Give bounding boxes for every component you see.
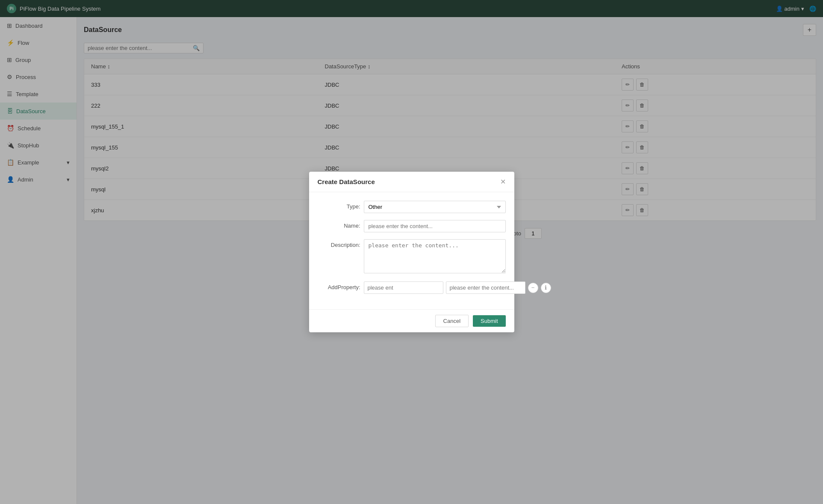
add-property-info-button[interactable]: ℹ xyxy=(541,283,551,293)
type-control: JDBC Other xyxy=(364,201,506,213)
description-row: Description: xyxy=(318,239,506,275)
submit-button[interactable]: Submit xyxy=(473,315,505,327)
modal-body: Type: JDBC Other Name: Description: xyxy=(309,192,514,309)
description-input[interactable] xyxy=(364,239,506,273)
type-row: Type: JDBC Other xyxy=(318,201,506,213)
modal-close-button[interactable]: ✕ xyxy=(500,178,506,186)
name-row: Name: xyxy=(318,220,506,232)
description-label: Description: xyxy=(318,239,360,248)
name-control xyxy=(364,220,506,232)
description-control xyxy=(364,239,506,275)
modal-title: Create DataSource xyxy=(318,178,375,185)
add-property-minus-button[interactable]: − xyxy=(528,283,538,293)
name-input[interactable] xyxy=(364,220,506,232)
cancel-button[interactable]: Cancel xyxy=(435,315,469,327)
modal-overlay: Create DataSource ✕ Type: JDBC Other Nam… xyxy=(0,0,823,504)
add-property-row: AddProperty: − ℹ xyxy=(318,281,506,294)
add-property-inputs: − ℹ xyxy=(364,281,551,294)
type-select[interactable]: JDBC Other xyxy=(364,201,506,213)
create-datasource-modal: Create DataSource ✕ Type: JDBC Other Nam… xyxy=(309,172,514,332)
add-property-key-input[interactable] xyxy=(364,281,443,294)
name-label: Name: xyxy=(318,220,360,229)
type-label: Type: xyxy=(318,201,360,210)
modal-header: Create DataSource ✕ xyxy=(309,172,514,192)
add-property-value-input[interactable] xyxy=(446,281,525,294)
modal-footer: Cancel Submit xyxy=(309,309,514,332)
add-property-label: AddProperty: xyxy=(318,281,360,290)
